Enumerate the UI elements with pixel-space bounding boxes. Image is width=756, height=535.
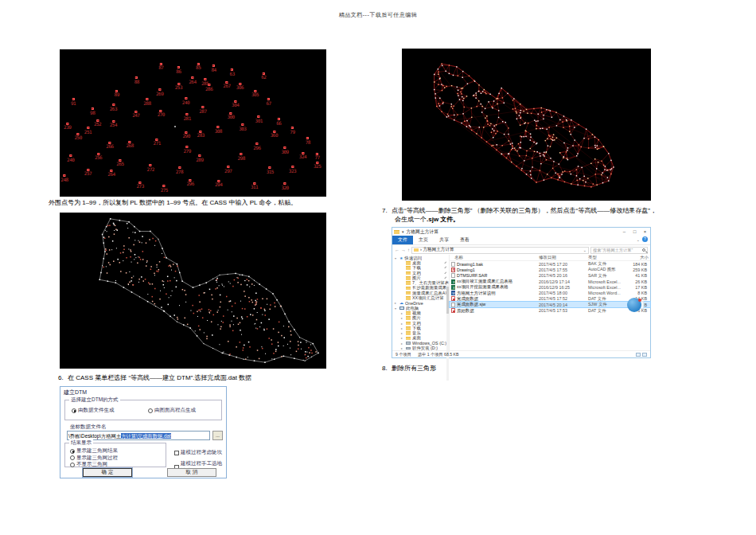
address-bar: ← → ↑ › 方格网土方计算 ⌄ 搜索“方格网土方计算” xyxy=(392,245,650,255)
floating-assistant-ball[interactable] xyxy=(627,298,641,312)
address-dropdown-icon[interactable]: ⌄ xyxy=(583,248,586,252)
survey-point: 263 xyxy=(110,103,117,111)
file-row[interactable]: 完成面数据.sjw2017/4/5 20:14SJW 文件69 KB xyxy=(450,302,650,307)
survey-point: 294 xyxy=(215,180,222,188)
survey-point: 298 xyxy=(237,153,244,161)
address-box[interactable]: › 方格网土方计算 ⌄ xyxy=(411,247,589,254)
point-number-label: 264 xyxy=(107,172,115,177)
up-icon[interactable]: ↑ xyxy=(407,248,410,252)
file-row[interactable]: Drawing12017/4/5 17:55AutoCAD 图形259 KB xyxy=(450,267,650,272)
cancel-button[interactable]: 取 消 xyxy=(167,468,216,477)
column-header-1[interactable]: 名称 xyxy=(450,255,539,260)
tree-chevron-icon[interactable]: ▸ xyxy=(401,326,404,330)
point-number-label: 270 xyxy=(158,112,165,117)
survey-point: 257 xyxy=(84,169,92,177)
file-row[interactable]: Drawing1.bak2017/4/5 17:20BAK 文件184 KB xyxy=(450,261,650,267)
help-icon[interactable]: ? xyxy=(642,236,648,242)
chevron-down-icon[interactable]: ⌄ xyxy=(637,237,640,242)
tree-chevron-icon[interactable]: ▸ xyxy=(401,311,404,315)
point-number-label: 87 xyxy=(158,65,163,70)
point-number-label: 240 xyxy=(67,158,74,162)
file-row[interactable]: 原始数据2017/4/5 17:53DAT 文件6 KB xyxy=(450,307,650,313)
tree-chevron-icon[interactable]: ▸ xyxy=(401,316,404,320)
back-icon[interactable]: ← xyxy=(395,248,399,252)
survey-point: 320 xyxy=(281,182,288,190)
ok-button[interactable]: 确 定 xyxy=(83,468,132,477)
dialog-title: 建立DTM xyxy=(64,389,87,396)
ribbon-tab-1[interactable]: 文件 xyxy=(392,236,413,244)
ribbon-tab-3[interactable]: 共享 xyxy=(434,236,454,244)
search-box[interactable]: 搜索“方格网土方计算” xyxy=(590,247,648,254)
survey-point: 247 xyxy=(132,111,139,119)
browse-button[interactable]: ... xyxy=(212,431,223,440)
survey-point: 267 xyxy=(223,81,230,89)
tin-mesh-screenshot xyxy=(402,49,651,201)
survey-point: 84 xyxy=(212,64,216,72)
point-number-label: 300 xyxy=(227,115,234,119)
survey-point: 271 xyxy=(154,139,161,146)
step-7-text: 点击“等高线——删除三角形” （删除不关联的三角形），然后点击“等高线——修改结… xyxy=(392,207,657,214)
pin-icon xyxy=(444,267,447,270)
file-type: Microsoft Excel... xyxy=(588,279,628,284)
column-header-4[interactable]: 大小 xyxy=(628,255,649,260)
file-date: 2016/12/9 16:25 xyxy=(539,285,588,290)
survey-point: 86 xyxy=(176,66,181,74)
folder-icon xyxy=(406,261,411,265)
file-row[interactable]: 完成面数据2017/4/5 17:52DAT 文件14 KB xyxy=(450,296,650,302)
breadcrumb[interactable]: › 方格网土方计算 xyxy=(420,247,582,253)
survey-point: 240 xyxy=(67,154,74,162)
pin-icon xyxy=(444,276,447,279)
tree-chevron-icon[interactable]: ▸ xyxy=(401,336,404,340)
maximize-button[interactable]: □ xyxy=(629,228,640,236)
file-row[interactable]: 方格网土方计算说明2017/4/5 18:00Microsoft Word...… xyxy=(450,290,650,295)
dtm-result-group-label: 结果显示 xyxy=(69,439,93,447)
file-type-icon xyxy=(451,262,455,267)
file-row[interactable]: xx项目开挖前测量成果表格2016/12/9 16:25Microsoft Ex… xyxy=(450,284,650,290)
radio-from-data-file[interactable]: 由数据文件生成 xyxy=(72,407,115,414)
quick-access-toolbar-chevron-icon[interactable]: ▾ xyxy=(402,229,404,234)
sidebar-item-label: 桌面 xyxy=(412,336,421,341)
point-number-label: 289 xyxy=(196,158,203,162)
close-button[interactable]: × xyxy=(640,228,650,236)
point-number-label: 91 xyxy=(71,101,76,106)
survey-point: 288 xyxy=(143,98,150,106)
survey-point: 268 xyxy=(126,141,133,149)
ribbon-tab-2[interactable]: 主页 xyxy=(413,236,434,244)
tree-chevron-icon[interactable]: ▾ xyxy=(395,307,398,310)
file-row[interactable]: xx项目竣工测量成果汇总表格2016/12/9 17:14Microsoft E… xyxy=(450,279,650,284)
radio-from-screen-points[interactable]: 由图面高程点生成 xyxy=(148,407,196,414)
radio-unselected-icon xyxy=(148,408,153,413)
survey-point: 77 xyxy=(314,153,319,161)
column-header-2[interactable]: 修改日期 xyxy=(539,255,588,260)
tree-chevron-icon[interactable]: ▾ xyxy=(395,256,398,260)
minimize-button[interactable]: – xyxy=(619,228,629,236)
file-row[interactable]: DTMSURF.SAR2017/4/5 20:16SAR 文件41 KB xyxy=(450,273,650,279)
survey-point: 272 xyxy=(147,164,154,172)
tree-chevron-icon[interactable]: ▸ xyxy=(401,322,404,326)
status-bar: 9 个项目 选中 1 个项目 68.5 KB xyxy=(392,350,650,357)
survey-point: 250 xyxy=(74,133,81,141)
tree-chevron-icon[interactable]: ▸ xyxy=(401,331,404,335)
column-header-3[interactable]: 类型 xyxy=(588,255,628,260)
details-view-icon[interactable] xyxy=(636,353,641,357)
folder-icon xyxy=(406,316,411,320)
radio-hide-tin[interactable]: 不显示三角网 xyxy=(70,461,107,468)
folder-icon xyxy=(406,337,411,341)
tree-chevron-icon[interactable]: ▸ xyxy=(401,342,404,346)
checkbox-consider-scarp[interactable]: 建模过程考虑陡坎 xyxy=(174,449,222,456)
folder-icon xyxy=(406,266,411,270)
window-controls: – □ × xyxy=(619,228,650,236)
survey-point: 89 xyxy=(115,90,119,98)
survey-point: 254 xyxy=(110,120,117,128)
point-number-label: 272 xyxy=(147,167,154,172)
step-8-number: 8. xyxy=(382,364,392,373)
point-number-label: 268 xyxy=(126,143,133,148)
point-number-label: 308 xyxy=(215,129,222,134)
thumbnail-view-icon[interactable] xyxy=(642,353,647,357)
forward-icon[interactable]: → xyxy=(401,248,406,252)
folder-icon xyxy=(406,331,411,335)
point-number-label: 315 xyxy=(267,170,274,174)
ribbon-tab-4[interactable]: 查看 xyxy=(454,236,475,244)
tree-chevron-icon[interactable]: ▸ xyxy=(395,301,398,305)
point-number-label: 63 xyxy=(230,72,235,76)
